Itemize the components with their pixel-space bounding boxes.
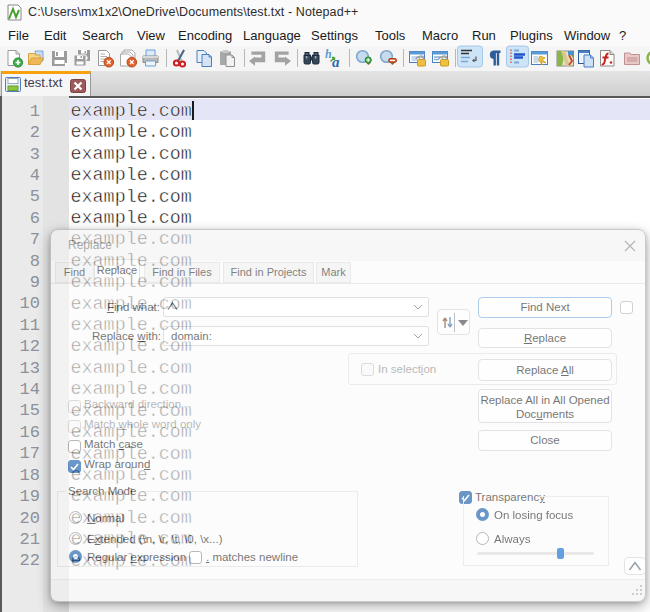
svg-text:h: h <box>325 49 332 61</box>
svg-text:a: a <box>332 54 340 69</box>
